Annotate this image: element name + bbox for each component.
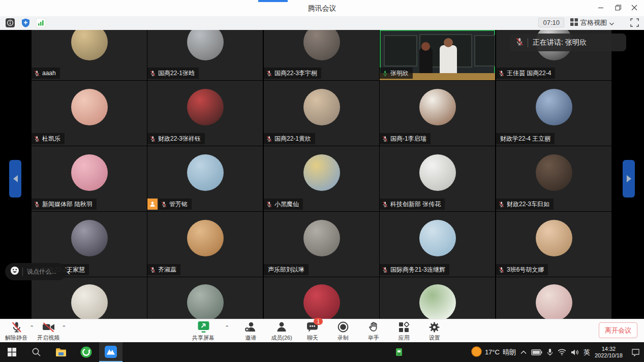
participant-tile-4-4[interactable]: 国际商务21-3连继辉 bbox=[380, 212, 495, 277]
avatar bbox=[303, 30, 340, 60]
control-record[interactable]: 录制 bbox=[333, 320, 353, 342]
browser-icon[interactable] bbox=[74, 342, 98, 362]
participant-tile-4-5[interactable]: 3班6号胡文娜 bbox=[496, 212, 611, 277]
members-icon bbox=[275, 320, 288, 334]
chat-collapse-chevron-icon[interactable]: ‹ bbox=[67, 265, 70, 278]
chevron-up-icon[interactable]: ⌃ bbox=[29, 324, 34, 331]
mic-muted-icon bbox=[34, 70, 40, 77]
participant-tile[interactable] bbox=[380, 277, 495, 319]
participant-tile-3-3[interactable]: 小黑魔仙 bbox=[264, 146, 379, 211]
grid-view-icon bbox=[570, 18, 578, 27]
camera-off-icon bbox=[42, 320, 55, 334]
chevron-up-icon[interactable]: ⌃ bbox=[225, 324, 229, 331]
tencent-meeting-app-icon[interactable] bbox=[99, 342, 122, 362]
mic-muted-icon bbox=[34, 201, 40, 208]
participant-name-label: 国际商务21-3连继辉 bbox=[380, 264, 449, 275]
participant-tile-2-4[interactable]: 国商-1李启瑞 bbox=[380, 81, 495, 146]
participant-tile-1-2[interactable]: 国商22-1张晗 bbox=[147, 30, 263, 80]
control-settings[interactable]: 设置 bbox=[424, 320, 445, 342]
restore-button[interactable] bbox=[609, 0, 627, 15]
participant-name-label: 3班6号胡文娜 bbox=[496, 264, 548, 275]
participant-tile-2-3[interactable]: 国商22-1黄欣 bbox=[264, 81, 379, 146]
chevron-up-icon[interactable]: ⌃ bbox=[62, 324, 66, 331]
speaker-icon[interactable] bbox=[571, 349, 579, 356]
avatar bbox=[303, 220, 340, 256]
control-raise-hand[interactable]: 举手 bbox=[363, 320, 384, 342]
mic-muted-icon bbox=[266, 136, 272, 142]
search-icon[interactable] bbox=[24, 342, 48, 362]
participant-tile-1-1[interactable]: aaah bbox=[32, 30, 147, 80]
windows-taskbar: 17°C 晴朗 英 14:32 2022/10/18 bbox=[0, 342, 644, 362]
network-signal-icon[interactable] bbox=[36, 18, 46, 28]
avatar bbox=[187, 30, 224, 60]
meeting-info-icon[interactable] bbox=[5, 18, 15, 28]
settings-icon bbox=[428, 320, 440, 334]
weather-widget[interactable]: 17°C 晴朗 bbox=[471, 346, 516, 358]
microphone-tray-icon[interactable] bbox=[547, 348, 553, 356]
avatar bbox=[536, 220, 572, 256]
battery-icon[interactable] bbox=[531, 349, 542, 355]
mic-muted-icon bbox=[149, 267, 156, 273]
participant-tile-4-3[interactable]: 声乐部刘以琳 bbox=[264, 212, 379, 277]
avatar bbox=[419, 89, 456, 125]
window-title: 腾讯会议 bbox=[0, 0, 644, 16]
next-page-arrow[interactable] bbox=[623, 160, 635, 198]
wifi-icon[interactable] bbox=[558, 349, 566, 355]
participant-tile-3-1[interactable]: 新闻媒体部 陆秋羽 bbox=[32, 146, 147, 211]
fullscreen-icon[interactable] bbox=[630, 18, 639, 29]
apps-icon bbox=[398, 320, 410, 334]
participant-tile-2-1[interactable]: 杜凯乐 bbox=[32, 81, 147, 146]
clock-widget[interactable]: 14:32 2022/10/18 bbox=[595, 346, 623, 359]
ime-indicator[interactable]: 英 bbox=[584, 348, 590, 357]
participant-tile-1-4[interactable]: 张明欣 bbox=[380, 30, 495, 80]
mic-muted-icon bbox=[382, 267, 388, 273]
tray-app-icon[interactable] bbox=[391, 342, 407, 362]
minimize-button[interactable] bbox=[592, 0, 609, 15]
participant-tile[interactable] bbox=[264, 277, 379, 319]
participant-tile-1-3[interactable]: 国商22-3李宇桐 bbox=[264, 30, 379, 80]
leave-meeting-button[interactable]: 离开会议 bbox=[599, 322, 637, 338]
mic-muted-icon bbox=[498, 267, 505, 273]
participant-tile-3-5[interactable]: 财政22-3车归如 bbox=[496, 146, 611, 211]
participant-name-label: 王佳茵 国商22-4 bbox=[496, 68, 555, 79]
participant-name-label: 财政学22-4 王立丽 bbox=[496, 133, 555, 144]
member-badge-icon bbox=[147, 199, 158, 210]
participant-tile[interactable] bbox=[147, 277, 263, 319]
participant-name-label: 国商22-3李宇桐 bbox=[264, 68, 321, 79]
participant-tile-3-4[interactable]: 科技创新部 张传花 bbox=[380, 146, 495, 211]
participant-tile-4-2[interactable]: 齐淑蕊 bbox=[147, 212, 263, 277]
avatar bbox=[419, 154, 456, 191]
control-apps[interactable]: 应用 bbox=[394, 320, 414, 342]
participant-tile-2-2[interactable]: 财政22-3张祥钰 bbox=[147, 81, 263, 146]
control-share-screen[interactable]: 共享屏幕 bbox=[192, 320, 214, 342]
avatar bbox=[303, 154, 340, 191]
file-explorer-icon[interactable] bbox=[49, 342, 73, 362]
control-invite[interactable]: 邀请 bbox=[240, 320, 261, 342]
chat-quick-input[interactable]: 说点什么... bbox=[5, 263, 67, 280]
participant-name-label: 声乐部刘以琳 bbox=[264, 264, 309, 275]
start-button[interactable] bbox=[0, 342, 23, 362]
invite-icon bbox=[244, 320, 257, 334]
hidden-icons-chevron-icon[interactable] bbox=[520, 349, 527, 356]
close-button[interactable] bbox=[626, 0, 643, 15]
participant-tile[interactable] bbox=[496, 277, 611, 319]
notification-center-icon[interactable] bbox=[631, 348, 640, 356]
security-shield-icon[interactable] bbox=[20, 18, 30, 28]
mic-muted-icon bbox=[266, 201, 272, 208]
weather-desc: 晴朗 bbox=[503, 348, 516, 357]
participant-tile[interactable] bbox=[32, 277, 147, 319]
participant-tile-3-2[interactable]: 管芳铭 bbox=[147, 146, 263, 211]
control-mic-muted[interactable]: 解除静音 bbox=[5, 320, 27, 342]
mic-muted-icon bbox=[149, 136, 156, 142]
avatar bbox=[71, 89, 108, 125]
previous-page-arrow[interactable] bbox=[9, 160, 21, 198]
participant-tile-2-5[interactable]: 财政学22-4 王立丽 bbox=[496, 81, 611, 146]
control-members[interactable]: 成员(26) bbox=[271, 320, 292, 342]
avatar bbox=[536, 154, 572, 191]
view-mode-button[interactable]: 宫格视图 bbox=[568, 17, 616, 28]
avatar bbox=[419, 220, 456, 256]
mic-muted-icon bbox=[498, 70, 505, 77]
control-camera-off[interactable]: 开启视频 bbox=[37, 320, 59, 342]
emoji-icon[interactable] bbox=[10, 266, 19, 277]
control-chat[interactable]: 1 聊天 bbox=[302, 320, 323, 342]
